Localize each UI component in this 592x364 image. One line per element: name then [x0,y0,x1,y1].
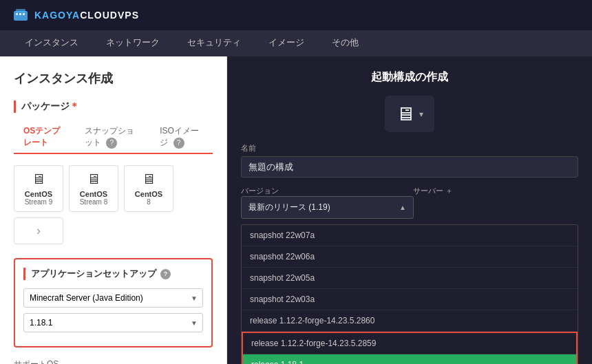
tab-snapshot[interactable]: スナップショット ? [75,121,150,154]
version-item-1181[interactable]: release 1.18.1 [243,354,576,364]
logo: KAGOYACLOUDVPS [11,6,139,25]
snapshot-help-icon[interactable]: ? [106,138,117,149]
tab-os-template[interactable]: OSテンプレート [14,121,75,154]
os-cards-container: 🖥 CentOS Stream 9 🖥 CentOS Stream 8 🖥 Ce… [14,165,213,244]
selected-version-label: 最新のリリース (1.19) [249,202,330,213]
app-section-header: アプリケーションセットアップ ? [23,268,203,280]
version-select-wrapper: 1.18.1 ▼ [23,313,203,332]
os-card-centos9[interactable]: 🖥 CentOS Stream 9 [14,165,63,212]
version-dropdown-trigger[interactable]: 最新のリリース (1.19) ▲ [241,196,414,219]
svg-rect-3 [19,13,21,15]
support-os-label: サポートOS [14,358,213,364]
app-select-wrapper: Minecraft Server (Java Edition) ▼ [23,288,203,308]
os-card-centos8s[interactable]: 🖥 CentOS Stream 8 [69,165,118,212]
nav-item-instances[interactable]: インスタンス [11,30,92,56]
app-select[interactable]: Minecraft Server (Java Edition) [23,288,203,308]
centos-icon-3: 🖥 [127,171,170,187]
name-field-label: 名前 [241,143,578,153]
centos-icon: 🖥 [17,171,60,187]
centos-icon-2: 🖥 [72,171,115,187]
server-icon-dropdown-icon: ▾ [419,109,423,119]
left-panel: インスタンス作成 パッケージ＊ OSテンプレート スナップショット ? ISOイ… [0,56,227,364]
highlight-border-box: release 1.12.2-forge-14.23.5.2859 releas… [242,332,578,364]
svg-rect-4 [23,13,25,15]
tab-iso-image[interactable]: ISOイメージ ? [150,121,213,154]
os-card-more[interactable]: › [14,217,63,244]
main-content: インスタンス作成 パッケージ＊ OSテンプレート スナップショット ? ISOイ… [0,56,592,364]
right-panel: 起動構成の作成 🖥 ▾ 名前 バージョン サーバー ＋ 最新のリリース (1.1… [227,56,592,364]
page-title: インスタンス作成 [14,70,213,87]
server-icon-button[interactable]: 🖥 ▾ [385,96,434,132]
version-selector-row: 最新のリリース (1.19) ▲ [241,196,578,219]
main-nav: インスタンス ネットワーク セキュリティ イメージ その他 [0,30,592,56]
server-col-header: サーバー ＋ [413,186,578,196]
version-item-forge2859[interactable]: release 1.12.2-forge-14.23.5.2859 [243,333,576,354]
server-icon: 🖥 [396,103,415,125]
header: KAGOYACLOUDVPS [0,0,592,30]
server-icon-area: 🖥 ▾ [241,96,578,132]
version-item-22w03a[interactable]: snapshot 22w03a [242,289,578,310]
version-item-22w06a[interactable]: snapshot 22w06a [242,246,578,268]
svg-rect-1 [16,9,25,12]
logo-text: KAGOYACLOUDVPS [34,10,139,21]
logo-icon [11,6,30,25]
package-section-header: パッケージ＊ [14,100,213,113]
os-card-centos8[interactable]: 🖥 CentOS 8 [124,165,173,212]
right-panel-title: 起動構成の作成 [241,70,578,85]
version-select[interactable]: 1.18.1 [23,313,203,332]
iso-help-icon[interactable]: ? [173,138,184,149]
version-item-22w07a[interactable]: snapshot 22w07a [242,225,578,246]
name-input[interactable] [241,156,578,178]
version-item-22w05a[interactable]: snapshot 22w05a [242,268,578,289]
server-col-empty [421,196,578,219]
svg-rect-2 [16,13,18,15]
nav-item-network[interactable]: ネットワーク [92,30,173,56]
version-dropdown-arrow-icon: ▲ [399,204,406,211]
nav-item-other[interactable]: その他 [318,30,372,56]
version-dropdown-list: snapshot 22w07a snapshot 22w06a snapshot… [241,224,578,364]
version-col-header: バージョン [241,186,406,196]
version-item-forge2860[interactable]: release 1.12.2-forge-14.23.5.2860 [242,310,578,332]
svg-rect-0 [14,11,28,21]
package-tabs: OSテンプレート スナップショット ? ISOイメージ ? [14,121,213,154]
version-server-header: バージョン サーバー ＋ [241,186,578,196]
app-setup-section: アプリケーションセットアップ ? Minecraft Server (Java … [14,258,213,347]
app-help-icon[interactable]: ? [160,269,171,279]
nav-item-image[interactable]: イメージ [255,30,318,56]
nav-item-security[interactable]: セキュリティ [173,30,255,56]
